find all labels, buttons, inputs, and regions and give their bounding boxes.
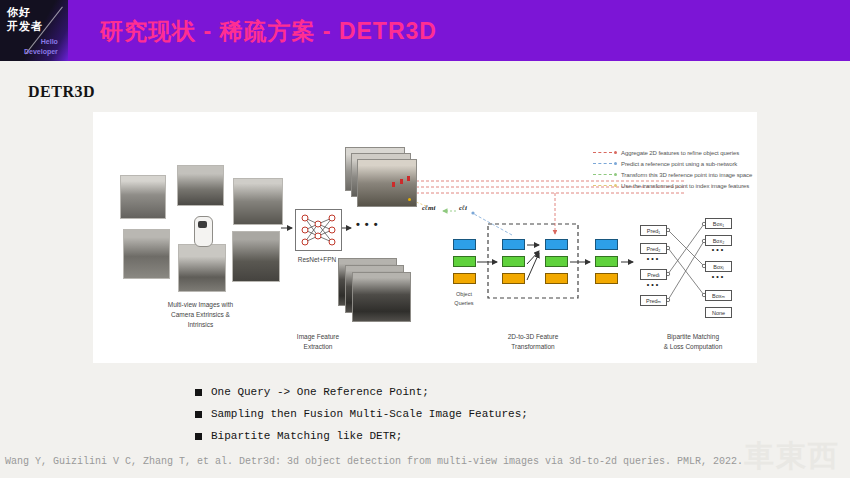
logo-english-text: Hello Developer	[24, 37, 58, 56]
indexed-point-yellow	[408, 198, 411, 201]
camera-image-front-right	[233, 178, 283, 225]
query-box-blue	[502, 239, 525, 250]
chedongxi-watermark: 車東西	[744, 436, 840, 477]
none-box: None	[705, 307, 732, 318]
c-lmi-symbol: cℓmi	[422, 204, 436, 212]
legend-label: Use the transformed point to index image…	[621, 183, 749, 189]
ego-car-icon	[194, 216, 213, 247]
bullet-item: One Query -> One Reference Point;	[195, 381, 528, 403]
legend-line-green	[593, 174, 612, 175]
car-windshield	[198, 221, 207, 228]
multiview-label: Multi-view Images with Camera Extrinsics…	[133, 300, 268, 330]
legend-dot-red	[614, 151, 617, 154]
query-box-yellow	[502, 273, 525, 284]
ellipsis-dots: •••	[356, 218, 383, 230]
projected-point-red	[400, 179, 403, 184]
transformation-label: 2D-to-3D Feature Transformation	[488, 332, 578, 352]
section-title: DETR3D	[28, 83, 95, 101]
citation-text: Wang Y, Guizilini V C, Zhang T, et al. D…	[5, 456, 743, 467]
camera-image-back-right	[232, 231, 280, 282]
image-feature-label: Image Feature Extraction	[278, 332, 358, 352]
bullet-item: Sampling then Fusion Multi-Scale Image F…	[195, 403, 528, 425]
query-box-blue	[545, 239, 568, 250]
feature-stack-front	[352, 272, 411, 322]
gt-box: Boxⱼ	[705, 261, 732, 272]
gt-ellipsis: •••	[705, 273, 732, 280]
slide: 你好 开发者 Hello Developer 研究现状 - 稀疏方案 - DET…	[0, 0, 850, 478]
query-box-green	[453, 256, 476, 267]
legend: Aggregate 2D features to refine object q…	[593, 147, 752, 191]
legend-label: Transform this 3D reference point into i…	[621, 172, 752, 178]
legend-row-aggregate: Aggregate 2D features to refine object q…	[593, 147, 752, 158]
query-box-blue	[453, 239, 476, 250]
pred-ellipsis: •••	[640, 255, 667, 262]
square-bullet-icon	[195, 411, 202, 418]
legend-line-red	[593, 152, 612, 153]
camera-image-front-left	[120, 175, 166, 219]
square-bullet-icon	[195, 433, 202, 440]
query-box-green	[595, 256, 618, 267]
resnet-fpn-icon	[295, 209, 342, 251]
gt-box: Box₁	[705, 218, 732, 229]
legend-dot-yellow	[614, 184, 617, 187]
slide-title: 研究现状 - 稀疏方案 - DETR3D	[100, 16, 437, 47]
legend-line-blue	[593, 163, 612, 164]
legend-dot-blue	[614, 162, 617, 165]
legend-row-predict: Predict a reference point using a sub-ne…	[593, 158, 752, 169]
pred-box: Pred₁	[640, 225, 667, 236]
pred-box: Pred₂	[640, 243, 667, 254]
query-box-blue	[595, 239, 618, 250]
square-bullet-icon	[195, 389, 202, 396]
camera-image-front	[177, 165, 224, 206]
bullet-list: One Query -> One Reference Point; Sampli…	[195, 381, 528, 447]
camera-image-back	[178, 244, 226, 292]
hello-developer-logo: 你好 开发者 Hello Developer	[0, 0, 68, 61]
query-box-yellow	[453, 273, 476, 284]
bullet-text: One Query -> One Reference Point;	[211, 386, 429, 398]
gt-box: Boxₘ	[705, 290, 732, 301]
projected-point-red	[407, 176, 410, 181]
detr3d-architecture-figure: Multi-view Images with Camera Extrinsics…	[93, 112, 757, 363]
legend-label: Aggregate 2D features to refine object q…	[621, 150, 739, 156]
query-box-yellow	[545, 273, 568, 284]
bullet-text: Bipartite Matching like DETR;	[211, 430, 402, 442]
pred-ellipsis: •••	[640, 281, 667, 288]
legend-row-index: Use the transformed point to index image…	[593, 180, 752, 191]
gt-ellipsis: •••	[705, 246, 732, 253]
logo-chinese-text: 你好 开发者	[7, 5, 43, 34]
query-box-green	[502, 256, 525, 267]
legend-line-yellow	[593, 185, 612, 186]
projected-point-red	[392, 182, 395, 187]
pred-box: Predᵢ	[640, 269, 667, 280]
bipartite-label: Bipartite Matching & Loss Computation	[648, 332, 738, 352]
c-li-symbol: cℓi	[459, 204, 467, 212]
legend-row-transform: Transform this 3D reference point into i…	[593, 169, 752, 180]
header-bar: 你好 开发者 Hello Developer 研究现状 - 稀疏方案 - DET…	[0, 0, 850, 61]
legend-dot-green	[614, 173, 617, 176]
query-box-green	[545, 256, 568, 267]
legend-label: Predict a reference point using a sub-ne…	[621, 161, 737, 167]
camera-image-back-left	[123, 229, 170, 279]
bullet-item: Bipartite Matching like DETR;	[195, 425, 528, 447]
gt-box: Box₂	[705, 235, 732, 246]
object-queries-label: Object Queries	[441, 290, 487, 307]
query-box-yellow	[595, 273, 618, 284]
pred-box: Predₘ	[640, 295, 667, 306]
bullet-text: Sampling then Fusion Multi-Scale Image F…	[211, 408, 528, 420]
